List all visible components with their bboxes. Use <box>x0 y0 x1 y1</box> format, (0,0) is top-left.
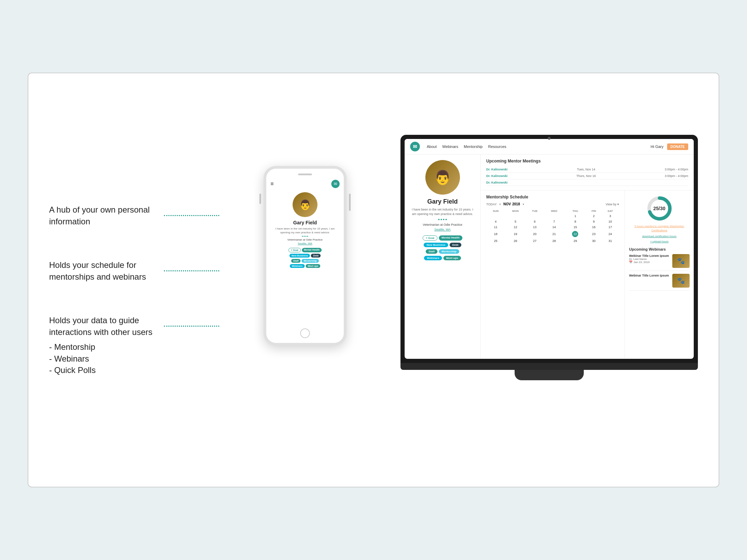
main-content-area: Upcoming Mentor Meetings Dr. Kalinowski … <box>481 155 694 358</box>
calendar-cell[interactable]: 20 <box>526 230 544 238</box>
webinars-title: Upcoming Webinars <box>629 247 690 251</box>
calendar-cell[interactable]: 17 <box>601 224 619 230</box>
calendar-cell[interactable]: 9 <box>586 219 601 224</box>
tag-new-business[interactable]: New Business <box>424 243 448 247</box>
cert-upload-link[interactable]: + upload hours <box>650 240 668 243</box>
phone-user-name: Gary Field <box>293 220 317 225</box>
webinar-1-host: Dr. Last Name <box>629 258 670 261</box>
calendar-today-label: TODAY <box>486 203 497 206</box>
donut-label: 25/30 <box>653 206 665 211</box>
phone-tags: + Goal Mental Health New Business Debt S… <box>270 248 340 268</box>
dotted-line-3 <box>164 326 219 327</box>
outer-frame: A hub of your own personal information H… <box>28 73 719 487</box>
laptop-nav: ✉ About Webinars Mentorship Resources Hi… <box>405 139 694 155</box>
calendar-cell[interactable]: 25 <box>486 238 505 244</box>
tag-mental-health[interactable]: Mental Health <box>439 235 462 241</box>
calendar-cell[interactable]: 22 <box>564 230 586 238</box>
nav-webinars[interactable]: Webinars <box>442 144 458 149</box>
nav-resources[interactable]: Resources <box>488 144 506 149</box>
calendar-cell[interactable]: 1 <box>564 213 586 219</box>
nav-hi-label: Hi Gary <box>651 144 663 149</box>
webinars-section: Upcoming Webinars Webinar Title Lorem ip… <box>629 247 690 293</box>
laptop-camera <box>548 137 551 140</box>
phone-hamburger-icon[interactable]: ≡ <box>270 181 274 187</box>
calendar-cell[interactable]: 7 <box>544 219 564 224</box>
calendar-cell[interactable]: 4 <box>486 219 505 224</box>
calendar-view-by[interactable]: View by ▾ <box>606 203 619 206</box>
calendar-cell[interactable]: 26 <box>505 238 526 244</box>
profile-name: Gary Field <box>427 198 458 205</box>
phone-tag-meetups[interactable]: Meet ups <box>306 264 320 268</box>
calendar-cell[interactable]: 30 <box>586 238 601 244</box>
calendar-next[interactable]: › <box>523 202 524 206</box>
calendar-cell[interactable]: 31 <box>601 238 619 244</box>
calendar-prev[interactable]: ‹ <box>499 202 500 206</box>
phone-tag-staff[interactable]: Staff <box>291 259 301 263</box>
nav-about[interactable]: About <box>427 144 437 149</box>
calendar-cell[interactable]: 6 <box>526 219 544 224</box>
laptop-body: ✉ About Webinars Mentorship Resources Hi… <box>400 135 698 363</box>
phone-tag-goal[interactable]: + Goal <box>288 248 301 252</box>
phone-tag-mentorship[interactable]: Mentorship <box>302 259 319 263</box>
annotation-3: Holds your data to guide interactions wi… <box>49 315 219 376</box>
phone-logo: ✉ <box>331 180 340 188</box>
annotation-2: Holds your schedule for mentorships and … <box>49 259 219 282</box>
calendar-cell[interactable]: 29 <box>564 238 586 244</box>
calendar-cell[interactable]: 13 <box>526 224 544 230</box>
phone-tags-row-4: Webinars Meet ups <box>270 264 340 268</box>
calendar-cell <box>544 213 564 219</box>
calendar-cell[interactable]: 5 <box>505 219 526 224</box>
calendar-cell[interactable]: 10 <box>601 219 619 224</box>
calendar-cell[interactable]: 18 <box>486 230 505 238</box>
cert-download-link[interactable]: download certification hours <box>642 235 676 238</box>
tag-meetups[interactable]: Meet ups <box>443 256 461 260</box>
phone-home-button[interactable] <box>300 328 310 338</box>
calendar-cell[interactable]: 8 <box>564 219 586 224</box>
profile-section: 👨 Gary Field I have been in the vet indu… <box>405 155 481 358</box>
meeting-2-name: Dr. Kalinowski <box>486 174 508 178</box>
profile-role: Veterinarian at Odie Practice <box>423 223 462 226</box>
phone-speaker <box>298 174 312 175</box>
laptop-base <box>400 363 698 370</box>
calendar-cell[interactable]: 21 <box>544 230 564 238</box>
nav-mentorship[interactable]: Mentorship <box>464 144 482 149</box>
calendar-cell[interactable]: 15 <box>564 224 586 230</box>
calendar-cell[interactable]: 2 <box>586 213 601 219</box>
calendar-cell <box>505 213 526 219</box>
phone-tag-webinars[interactable]: Webinars <box>290 264 305 268</box>
calendar-icon: 📅 <box>629 261 633 264</box>
calendar-cell[interactable]: 12 <box>505 224 526 230</box>
calendar-cell[interactable]: 27 <box>526 238 544 244</box>
calendar-cell[interactable]: 16 <box>586 224 601 230</box>
cal-day-sun: SUN <box>486 209 505 213</box>
mentor-meetings-section: Upcoming Mentor Meetings Dr. Kalinowski … <box>481 155 694 190</box>
phone-tag-newbiz[interactable]: New Business <box>289 254 310 258</box>
tag-goal[interactable]: + Goal <box>423 235 437 241</box>
calendar-cell[interactable]: 14 <box>544 224 564 230</box>
tag-webinars[interactable]: Webinars <box>424 256 442 260</box>
tag-debt[interactable]: Debt <box>450 243 461 247</box>
calendar-cell[interactable]: 24 <box>601 230 619 238</box>
tags-row-3: Staff Mentorship <box>410 249 475 254</box>
profile-avatar: 👨 <box>425 160 460 195</box>
calendar-cell[interactable]: 23 <box>586 230 601 238</box>
phone-tags-row-3: Staff Mentorship <box>270 259 340 263</box>
calendar-cell[interactable]: 28 <box>544 238 564 244</box>
laptop-device: ✉ About Webinars Mentorship Resources Hi… <box>400 135 698 391</box>
phone-tag-debt[interactable]: Debt <box>311 254 321 258</box>
calendar-cell[interactable]: 19 <box>505 230 526 238</box>
laptop-screen: ✉ About Webinars Mentorship Resources Hi… <box>405 139 694 359</box>
donate-button[interactable]: DONATE <box>667 143 688 150</box>
phone-bio: I have been in the vet industry for 15 y… <box>270 227 340 234</box>
calendar-cell[interactable]: 11 <box>486 224 505 230</box>
tag-staff[interactable]: Staff <box>426 249 437 254</box>
phone-tag-mental[interactable]: Mental Health <box>302 248 322 252</box>
dotted-line-1 <box>164 215 219 216</box>
phone-button-right <box>349 194 351 211</box>
calendar-cell[interactable]: 3 <box>601 213 619 219</box>
tag-mentorship[interactable]: Mentorship <box>439 249 459 254</box>
cal-day-thu: THU <box>564 209 586 213</box>
phone-tags-row-2: New Business Debt <box>270 254 340 258</box>
phone-location: Seattle, WA <box>298 242 312 245</box>
meeting-1-name: Dr. Kalinowski <box>486 168 508 171</box>
